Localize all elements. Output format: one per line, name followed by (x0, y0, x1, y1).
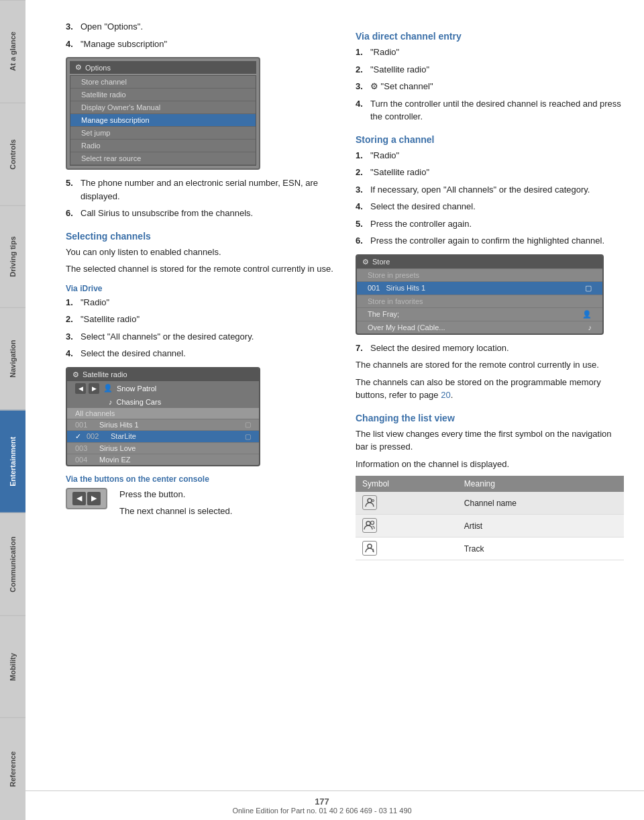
meaning-track: Track (458, 537, 624, 560)
satellite-radio-screen: ⚙ Satellite radio ◀ ▶ 👤 Snow Patrol ♪ Ch… (66, 367, 260, 466)
store-step-6: 6. Press the controller again to confirm… (356, 234, 624, 248)
store-screen: ⚙ Store Store in presets 001 Sirius Hits… (356, 254, 604, 335)
symbol-meaning-table: Symbol Meaning Chan (356, 476, 624, 560)
table-row-artist: Artist (356, 515, 624, 537)
nav-left-arrow[interactable]: ◀ (75, 383, 86, 394)
store-in-presets: Store in presets (357, 268, 602, 281)
artist-svg (364, 519, 376, 531)
left-column: 3. Open "Options". 4. "Manage subscripti… (66, 20, 335, 800)
page-number: 177 (315, 797, 329, 807)
store-icon: ⚙ (362, 258, 369, 266)
step-3-num: 3. (66, 20, 80, 34)
now-playing-track-icon: ♪ (109, 398, 113, 406)
via-idrive-step-4: 4. Select the desired channel. (66, 347, 335, 360)
sidebar-item-driving-tips[interactable]: Driving tips (0, 205, 25, 308)
symbol-artist (356, 515, 458, 537)
all-channels-label: All channels (67, 408, 259, 419)
step-5: 5. The phone number and an electronic se… (66, 176, 335, 203)
channel-004: 004 Movin EZ (67, 454, 259, 465)
step-6-num: 6. (66, 207, 80, 220)
options-gear-icon: ⚙ (75, 63, 82, 72)
table-row-track: ♪ Track (356, 537, 624, 560)
sidebar-item-navigation[interactable]: Navigation (0, 307, 25, 410)
sidebar-item-communication[interactable]: Communication (0, 513, 25, 615)
channel-002-icon: ▢ (245, 433, 251, 440)
svg-point-3 (371, 521, 374, 525)
changing-list-view-heading: Changing the list view (356, 413, 624, 423)
options-item-select-rear-source: Select rear source (70, 152, 256, 165)
sidebar-item-entertainment[interactable]: Entertainment (0, 410, 25, 513)
options-item-manage-subscription: Manage subscription (70, 114, 256, 127)
page-footer: 177 Online Edition for Part no. 01 40 2 … (0, 790, 644, 820)
sidebar-item-controls[interactable]: Controls (0, 103, 25, 205)
sidebar-item-at-a-glance[interactable]: At a glance (0, 0, 25, 103)
next-channel-button[interactable]: ▶ (87, 492, 101, 505)
channel-003: 003 Sirius Love (67, 442, 259, 454)
via-buttons-heading: Via the buttons on the center console (66, 474, 335, 484)
step-4-text: "Manage subscription" (80, 38, 335, 51)
track-icon: ♪ (362, 541, 377, 556)
step-6: 6. Call Sirius to unsubscribe from the c… (66, 207, 335, 220)
now-playing-artist-icon: 👤 (103, 384, 113, 393)
page-20-link[interactable]: 20 (441, 390, 450, 400)
store-001-icon: ▢ (585, 284, 592, 293)
options-item-radio: Radio (70, 140, 256, 152)
now-playing-track: ♪ Chasing Cars (67, 396, 259, 408)
store-step-5: 5. Press the controller again. (356, 217, 624, 231)
store-step-3: 3. If necessary, open "All channels" or … (356, 183, 624, 197)
storing-channel-heading: Storing a channel (356, 134, 624, 145)
via-buttons-text1: Press the button. (119, 488, 335, 501)
options-menu: Store channel Satellite radio Display Ow… (70, 75, 256, 166)
direct-step-1: 1. "Radio" (356, 46, 624, 59)
changing-list-view-para1: The list view changes every time the fir… (356, 427, 624, 454)
track-svg: ♪ (364, 542, 376, 554)
via-buttons-row: ◀ ▶ Press the button. The next channel i… (66, 488, 335, 522)
right-column: Via direct channel entry 1. "Radio" 2. "… (356, 20, 624, 800)
store-title-text: Store (372, 258, 390, 266)
footer-text: Online Edition for Part no. 01 40 2 606 … (232, 807, 411, 815)
step-3-text: Open "Options". (80, 20, 335, 34)
step-5-num: 5. (66, 176, 80, 203)
via-idrive-step-1: 1. "Radio" (66, 296, 335, 309)
sidebar-item-mobility[interactable]: Mobility (0, 615, 25, 718)
via-idrive-step-3: 3. Select "All channels" or the desired … (66, 330, 335, 344)
changing-list-view-para2: Information on the channel is displayed. (356, 458, 624, 471)
store-step-1: 1. "Radio" (356, 149, 624, 162)
nav-right-arrow[interactable]: ▶ (89, 383, 99, 394)
center-console-buttons: ◀ ▶ (66, 488, 107, 509)
channel-002: ✓ 002 StarLite ▢ (67, 430, 259, 442)
store-over-icon: ♪ (588, 323, 592, 331)
sat-nav-controls: ◀ ▶ (75, 383, 99, 394)
selecting-channels-heading: Selecting channels (66, 231, 335, 242)
options-item-set-jump: Set jump (70, 127, 256, 140)
svg-text:♪: ♪ (372, 547, 374, 553)
store-step-2: 2. "Satellite radio" (356, 166, 624, 179)
channel-002-check: ✓ (75, 432, 81, 441)
main-content: 3. Open "Options". 4. "Manage subscripti… (25, 0, 644, 820)
sidebar: At a glance Controls Driving tips Naviga… (0, 0, 25, 820)
now-playing-artist: ◀ ▶ 👤 Snow Patrol (67, 381, 259, 396)
step-4-num: 4. (66, 38, 80, 51)
store-over-my-head: Over My Head (Cable... ♪ (357, 321, 602, 334)
options-item-display-owners-manual: Display Owner's Manual (70, 101, 256, 114)
meaning-channel-name: Channel name (458, 492, 624, 515)
options-item-store-channel: Store channel (70, 76, 256, 89)
store-001-sirius-hits: 001 Sirius Hits 1 ▢ (357, 281, 602, 295)
channel-name-svg (364, 497, 376, 509)
svg-point-2 (366, 521, 370, 525)
channel-001: 001 Sirius Hits 1 ▢ (67, 419, 259, 430)
options-title-bar: ⚙ Options (70, 61, 256, 74)
artist-icon (362, 518, 377, 533)
store-step-4: 4. Select the desired channel. (356, 200, 624, 213)
table-header-meaning: Meaning (458, 476, 624, 492)
now-playing-track-text: Chasing Cars (117, 398, 162, 406)
direct-step-2: 2. "Satellite radio" (356, 63, 624, 76)
store-step-7: 7. Select the desired memory location. (356, 342, 624, 355)
store-in-favorites: Store in favorites (357, 295, 602, 307)
via-direct-heading: Via direct channel entry (356, 31, 624, 42)
channel-name-icon (362, 495, 377, 510)
now-playing-artist-text: Snow Patrol (117, 385, 156, 393)
direct-step-4: 4. Turn the controller until the desired… (356, 97, 624, 123)
storing-para1: The channels are stored for the remote c… (356, 358, 624, 372)
prev-channel-button[interactable]: ◀ (72, 492, 86, 505)
